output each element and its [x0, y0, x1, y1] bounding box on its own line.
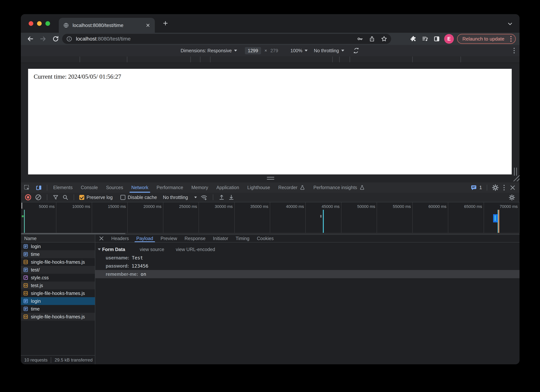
rotate-viewport-icon[interactable]	[352, 47, 360, 54]
view-source-link[interactable]: view source	[140, 247, 164, 252]
bookmark-star-icon[interactable]	[381, 35, 387, 42]
zoom-dropdown[interactable]: 100%	[290, 48, 308, 53]
detail-tab-response[interactable]: Response	[181, 235, 209, 242]
form-data-entry-username-[interactable]: username:Test	[95, 254, 520, 262]
inspect-element-icon[interactable]	[21, 182, 33, 193]
request-row-time[interactable]: time	[21, 250, 95, 258]
transferred-size: 29.5 kB transferred	[55, 357, 92, 363]
devtools-menu-dots-icon[interactable]	[504, 185, 505, 190]
browser-tab[interactable]: localhost:8080/test/time	[59, 18, 155, 33]
request-row-test-[interactable]: test/	[21, 266, 95, 274]
devtools-tab-performance-insights[interactable]: Performance insights	[309, 182, 369, 193]
devtools-tab-recorder[interactable]: Recorder	[274, 182, 309, 193]
dimensions-dropdown[interactable]: Dimensions: Responsive	[180, 48, 237, 53]
network-toolbar: Preserve log Disable cache No throttling	[21, 193, 520, 202]
close-window-button[interactable]	[29, 21, 33, 26]
issues-count[interactable]: 1	[479, 185, 482, 190]
clear-network-log-icon[interactable]	[35, 194, 42, 201]
devtools-tab-lighthouse[interactable]: Lighthouse	[243, 182, 274, 193]
devtools-tab-network[interactable]: Network	[127, 182, 153, 193]
address-bar[interactable]: localhost:8080/test/time	[62, 34, 391, 44]
request-row-test-js[interactable]: test.js	[21, 282, 95, 289]
network-throttling-dropdown[interactable]: No throttling	[163, 195, 188, 200]
devtools-tab-elements[interactable]: Elements	[49, 182, 77, 193]
devtools-tab-application[interactable]: Application	[212, 182, 243, 193]
request-row-style-css[interactable]: style.css	[21, 274, 95, 282]
issues-chat-icon[interactable]	[470, 184, 477, 191]
device-toolbar-toggle-icon[interactable]	[33, 182, 45, 193]
request-row-login[interactable]: login	[21, 243, 95, 250]
timeline-tick-label: 5000 ms	[21, 204, 55, 209]
timeline-load-event-line	[498, 210, 499, 233]
timeline-tick-label: 35000 ms	[235, 204, 268, 209]
profile-avatar[interactable]: E	[444, 34, 454, 44]
side-panel-icon[interactable]	[433, 35, 440, 42]
devtools-tab-performance[interactable]: Performance	[152, 182, 187, 193]
import-har-icon[interactable]	[219, 194, 225, 200]
view-url-encoded-link[interactable]: view URL-encoded	[176, 247, 215, 252]
search-icon[interactable]	[62, 194, 69, 200]
viewport-resize-handle-corner[interactable]	[512, 174, 520, 181]
timeline-scrollbar[interactable]	[21, 233, 520, 234]
devtools-tab-sources[interactable]: Sources	[102, 182, 127, 193]
detail-tab-payload[interactable]: Payload	[133, 235, 157, 242]
request-row-single-file-hooks-frames-js[interactable]: single-file-hooks-frames.js	[21, 258, 95, 266]
devtools-close-icon[interactable]	[510, 184, 516, 191]
media-controls-icon[interactable]	[422, 35, 428, 42]
request-name: time	[31, 252, 40, 257]
timeline-tick-label: 30000 ms	[199, 204, 233, 209]
minimize-window-button[interactable]	[37, 21, 42, 26]
viewport-resize-handle-bottom[interactable]	[267, 177, 274, 180]
detail-tab-timing[interactable]: Timing	[232, 235, 253, 242]
name-column-header[interactable]: Name	[21, 235, 95, 243]
devtools-tab-memory[interactable]: Memory	[187, 182, 212, 193]
preserve-log-label[interactable]: Preserve log	[86, 195, 113, 200]
share-icon[interactable]	[369, 36, 375, 42]
disable-cache-checkbox[interactable]	[120, 195, 125, 200]
detail-tab-preview[interactable]: Preview	[157, 235, 181, 242]
detail-tab-initiator[interactable]: Initiator	[209, 235, 232, 242]
record-network-log-icon[interactable]	[25, 194, 32, 201]
network-overview-timeline[interactable]: 5000 ms10000 ms15000 ms20000 ms25000 ms3…	[21, 202, 520, 235]
form-data-entry-password-[interactable]: password:123456	[95, 262, 520, 270]
form-data-section-header[interactable]: Form Data view source view URL-encoded	[95, 245, 520, 254]
device-toolbar-menu-dots-icon[interactable]	[514, 48, 515, 53]
device-throttling-dropdown[interactable]: No throttling	[314, 48, 344, 53]
disable-cache-label[interactable]: Disable cache	[128, 195, 157, 200]
network-conditions-icon[interactable]	[200, 194, 208, 201]
filter-funnel-icon[interactable]	[52, 194, 59, 200]
reload-icon[interactable]	[52, 35, 59, 42]
devtools-settings-gear-icon[interactable]	[492, 184, 499, 191]
export-har-icon[interactable]	[228, 194, 235, 200]
form-data-entry-remember-me-[interactable]: remember-me:on	[95, 270, 520, 278]
detail-tab-cookies[interactable]: Cookies	[253, 235, 277, 242]
request-name: test/	[31, 267, 40, 273]
extensions-puzzle-icon[interactable]	[410, 35, 417, 42]
viewport-height-input[interactable]: 279	[270, 48, 278, 53]
tab-label: Sources	[106, 185, 123, 190]
tab-close-icon[interactable]	[145, 23, 150, 28]
tab-label: Network	[131, 185, 149, 190]
viewport-width-input[interactable]: 1299	[245, 47, 261, 54]
forward-icon[interactable]	[40, 35, 46, 42]
new-tab-button[interactable]	[162, 20, 169, 26]
request-row-single-file-hooks-frames-js[interactable]: single-file-hooks-frames.js	[21, 313, 95, 321]
password-key-icon[interactable]	[356, 35, 363, 42]
detail-tab-headers[interactable]: Headers	[108, 235, 133, 242]
tab-search-chevron-icon[interactable]	[507, 22, 513, 26]
devtools-tab-console[interactable]: Console	[77, 182, 102, 193]
preserve-log-checkbox[interactable]	[79, 195, 84, 200]
document-request-icon	[23, 252, 28, 257]
fullscreen-window-button[interactable]	[45, 21, 50, 26]
site-info-icon[interactable]	[66, 36, 72, 42]
timeline-small-gray-marker	[320, 215, 321, 218]
request-row-login-selected[interactable]: login	[21, 297, 95, 305]
form-data-title: Form Data	[102, 247, 125, 252]
network-settings-gear-icon[interactable]	[509, 194, 515, 201]
request-row-single-file-hooks-frames-js[interactable]: single-file-hooks-frames.js	[21, 289, 95, 297]
request-row-time[interactable]: time	[21, 305, 95, 313]
browser-menu-dots-icon[interactable]	[510, 36, 511, 42]
detail-close-icon[interactable]	[95, 236, 108, 241]
relaunch-to-update-button[interactable]: Relaunch to update	[457, 34, 516, 44]
back-icon[interactable]	[27, 35, 34, 42]
